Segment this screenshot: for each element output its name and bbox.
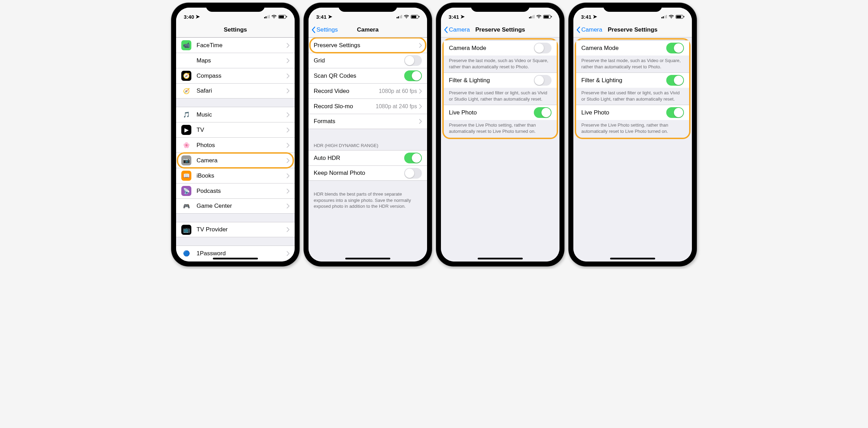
signal-icon	[264, 15, 270, 18]
phone-2-camera: 3:41➤ Settings Camera Preserve SettingsG…	[304, 3, 432, 266]
preserve-row-filter-lighting[interactable]: Filter & Lighting	[576, 72, 689, 88]
camera-settings-list[interactable]: Preserve SettingsGridScan QR CodesRecord…	[309, 37, 427, 262]
chevron-right-icon	[287, 43, 289, 48]
settings-row-9to5mac[interactable]: 🕐9to5Mac	[176, 261, 295, 262]
toggle-switch[interactable]	[666, 43, 684, 53]
camera-row-scan-qr-codes[interactable]: Scan QR Codes	[309, 68, 427, 83]
settings-row-podcasts[interactable]: 📡Podcasts	[176, 183, 295, 198]
preserve-row-camera-mode[interactable]: Camera Mode	[576, 40, 689, 55]
settings-row-photos[interactable]: 🌸Photos	[176, 137, 295, 153]
app-icon: 📷	[181, 155, 191, 165]
app-icon: 📖	[181, 171, 191, 181]
camera-row-record-slo-mo[interactable]: Record Slo-mo1080p at 240 fps	[309, 99, 427, 114]
camera-row-formats[interactable]: Formats	[309, 114, 427, 129]
back-button[interactable]: Camera	[576, 26, 602, 33]
status-time: 3:41	[449, 14, 459, 20]
row-label: Compass	[197, 72, 287, 79]
settings-list[interactable]: 📹FaceTime🗺Maps🧭Compass🧭Safari🎵Music▶TV🌸P…	[176, 37, 295, 262]
settings-row-facetime[interactable]: 📹FaceTime	[176, 37, 295, 53]
home-indicator[interactable]	[345, 258, 390, 259]
settings-row-tv-provider[interactable]: 📺TV Provider	[176, 222, 295, 237]
row-label: Grid	[314, 57, 404, 64]
hdr-row-keep-normal-photo[interactable]: Keep Normal Photo	[309, 165, 427, 181]
battery-icon	[676, 15, 684, 19]
home-indicator[interactable]	[610, 258, 655, 259]
toggle-switch[interactable]	[404, 168, 422, 179]
row-label: Formats	[314, 118, 419, 125]
row-label: Auto HDR	[314, 155, 404, 162]
preserve-row-filter-lighting[interactable]: Filter & Lighting	[444, 72, 557, 88]
camera-row-record-video[interactable]: Record Video1080p at 60 fps	[309, 83, 427, 99]
toggle-switch[interactable]	[404, 153, 422, 163]
row-label: Record Video	[314, 88, 379, 95]
toggle-switch[interactable]	[534, 43, 552, 53]
section-footer: Preserve the last used filter or light, …	[576, 88, 689, 105]
chevron-right-icon	[287, 88, 289, 93]
app-icon: 🎵	[181, 110, 191, 120]
wifi-icon	[669, 15, 674, 19]
status-time: 3:41	[316, 14, 327, 20]
app-icon: 🧭	[181, 86, 191, 96]
app-icon: 🗺	[181, 55, 191, 66]
section-footer-hdr: HDR blends the best parts of three separ…	[309, 189, 427, 212]
settings-row-safari[interactable]: 🧭Safari	[176, 83, 295, 99]
row-label: Filter & Lighting	[449, 77, 534, 84]
signal-icon	[661, 15, 667, 18]
wifi-icon	[404, 15, 409, 19]
settings-row-tv[interactable]: ▶TV	[176, 122, 295, 137]
chevron-right-icon	[287, 143, 289, 148]
hdr-row-auto-hdr[interactable]: Auto HDR	[309, 150, 427, 165]
row-label: Record Slo-mo	[314, 103, 376, 110]
row-detail: 1080p at 60 fps	[379, 88, 417, 94]
settings-row-maps[interactable]: 🗺Maps	[176, 53, 295, 68]
location-arrow-icon: ➤	[460, 14, 465, 20]
home-indicator[interactable]	[478, 258, 523, 259]
chevron-right-icon	[287, 251, 289, 256]
notch	[338, 3, 397, 12]
preserve-row-camera-mode[interactable]: Camera Mode	[444, 40, 557, 55]
phone-3-preserve-off: 3:41➤ Camera Preserve Settings Camera Mo…	[436, 3, 564, 266]
preserve-settings-list[interactable]: Camera ModePreserve the last mode, such …	[441, 37, 559, 262]
chevron-right-icon	[287, 204, 289, 208]
battery-icon	[411, 15, 419, 19]
back-button[interactable]: Camera	[444, 26, 470, 33]
preserve-row-live-photo[interactable]: Live Photo	[444, 105, 557, 120]
settings-row-ibooks[interactable]: 📖iBooks	[176, 168, 295, 183]
battery-icon	[278, 15, 287, 19]
settings-row-camera[interactable]: 📷Camera	[176, 153, 295, 168]
row-label: Scan QR Codes	[314, 72, 404, 79]
chevron-right-icon	[287, 58, 289, 63]
camera-row-preserve-settings[interactable]: Preserve Settings	[309, 37, 427, 53]
chevron-right-icon	[287, 112, 289, 117]
row-detail: 1080p at 240 fps	[376, 103, 417, 110]
toggle-switch[interactable]	[666, 107, 684, 118]
toggle-switch[interactable]	[666, 75, 684, 86]
section-footer: Preserve the Live Photo setting, rather …	[576, 120, 689, 137]
back-label: Camera	[581, 26, 602, 33]
camera-row-grid[interactable]: Grid	[309, 53, 427, 68]
toggle-switch[interactable]	[534, 107, 552, 118]
chevron-right-icon	[419, 43, 422, 48]
toggle-switch[interactable]	[404, 55, 422, 66]
settings-row-game-center[interactable]: 🎮Game Center	[176, 198, 295, 214]
chevron-right-icon	[287, 158, 289, 163]
preserve-settings-list[interactable]: Camera ModePreserve the last mode, such …	[573, 37, 692, 262]
row-label: Camera	[197, 157, 287, 164]
row-label: Filter & Lighting	[581, 77, 666, 84]
nav-title: Preserve Settings	[475, 26, 525, 33]
preserve-row-live-photo[interactable]: Live Photo	[576, 105, 689, 120]
settings-row-compass[interactable]: 🧭Compass	[176, 68, 295, 83]
toggle-switch[interactable]	[534, 75, 552, 86]
chevron-right-icon	[287, 227, 289, 232]
home-indicator[interactable]	[213, 258, 258, 259]
toggle-switch[interactable]	[404, 70, 422, 81]
location-arrow-icon: ➤	[593, 14, 597, 20]
row-label: Music	[197, 111, 287, 118]
settings-row-music[interactable]: 🎵Music	[176, 107, 295, 122]
nav-bar: Settings	[176, 22, 295, 37]
chevron-right-icon	[287, 173, 289, 178]
app-icon: 📺	[181, 225, 191, 235]
row-label: Maps	[197, 57, 287, 64]
back-button[interactable]: Settings	[311, 26, 338, 33]
section-footer: Preserve the Live Photo setting, rather …	[444, 120, 557, 137]
